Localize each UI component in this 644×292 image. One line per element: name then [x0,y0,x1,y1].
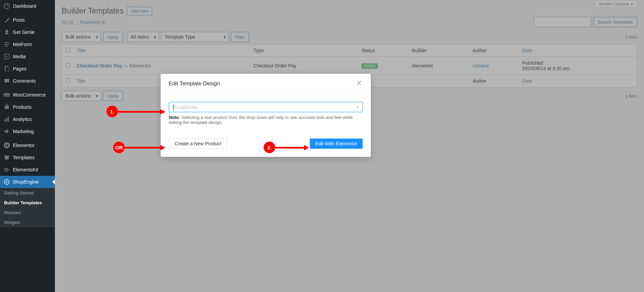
svg-rect-3 [4,42,9,43]
marketing-icon [3,128,10,135]
svg-rect-20 [7,146,8,147]
annotation-arrow-or [125,144,165,151]
sidebar-item-products[interactable]: Products [0,101,55,113]
svg-point-2 [5,30,8,33]
sidebar-label: Pages [13,66,26,71]
sidebar-item-marketing[interactable]: Marketing [0,125,55,138]
annotation-arrow-2 [275,144,309,151]
admin-sidebar: Dashboard Posts Get Genie MetForm Media … [0,0,55,292]
svg-rect-5 [4,46,7,46]
svg-marker-37 [304,145,309,150]
dashboard-icon [3,3,10,9]
sidebar-item-media[interactable]: Media [0,50,55,63]
modal-note: Note: Selecting a real product from the … [169,115,363,125]
submenu-getting-started[interactable]: Getting Started [0,188,55,198]
sidebar-label: Templates [13,155,35,160]
svg-rect-21 [4,168,8,169]
submenu-widgets[interactable]: Widgets [0,217,55,227]
sidebar-item-templates[interactable]: Templates [0,151,55,164]
comment-icon [3,78,10,84]
sidebar-item-posts[interactable]: Posts [0,14,55,26]
sidebar-label: Comments [13,78,36,84]
sidebar-label: Analytics [13,117,32,122]
svg-rect-23 [4,171,8,171]
media-icon [3,53,10,60]
create-new-product-button[interactable]: Create a New Product [169,139,227,149]
genie-icon [3,29,10,36]
svg-point-25 [6,181,7,183]
svg-marker-35 [160,145,165,150]
sidebar-item-woocommerce[interactable]: woo WooCommerce [0,89,55,101]
close-icon[interactable] [355,79,363,88]
sidebar-item-getgenie[interactable]: Get Genie [0,26,55,38]
submenu-modules[interactable]: Modules [0,208,55,217]
svg-marker-33 [160,109,165,114]
templates-icon [3,154,10,161]
page-icon [3,65,10,72]
sidebar-label: Products [13,104,32,110]
sidebar-label: Marketing [13,129,34,134]
sidebar-submenu: Getting Started Builder Templates Module… [0,188,55,227]
submenu-builder-templates[interactable]: Builder Templates [0,198,55,208]
product-icon [3,104,10,110]
sidebar-label: WooCommerce [13,92,46,98]
shopengine-icon [3,179,10,185]
woo-icon: woo [3,91,10,98]
svg-rect-18 [7,144,8,145]
ekit-icon [3,166,10,173]
annotation-step-2: 2. [264,142,275,153]
annotation-step-1: 1. [106,106,118,117]
form-icon [3,41,10,48]
sidebar-item-metform[interactable]: MetForm [0,38,55,50]
svg-rect-12 [5,106,9,109]
annotation-or: OR [113,142,125,153]
product-select[interactable]: Sunglasses [169,102,363,112]
svg-rect-9 [5,67,9,71]
svg-rect-15 [8,117,9,122]
sidebar-item-elementskit[interactable]: ElementsKit [0,164,55,176]
svg-point-7 [6,56,7,57]
svg-rect-13 [4,119,5,122]
sidebar-item-analytics[interactable]: Analytics [0,113,55,125]
svg-text:woo: woo [4,94,9,96]
sidebar-label: Elementor [13,143,35,148]
annotation-arrow-1 [118,108,165,115]
sidebar-item-pages[interactable]: Pages [0,63,55,75]
sidebar-label: Get Genie [13,29,35,35]
svg-rect-14 [6,118,7,122]
sidebar-item-dashboard[interactable]: Dashboard [0,0,55,12]
sidebar-label: Media [13,54,26,59]
sidebar-item-elementor[interactable]: Elementor [0,139,55,151]
sidebar-item-shopengine[interactable]: ShopEngine [0,176,55,188]
elementor-icon [3,142,10,149]
svg-rect-17 [5,144,6,147]
sidebar-label: ShopEngine [13,179,39,185]
sidebar-item-comments[interactable]: Comments [0,75,55,87]
pin-icon [3,17,10,23]
svg-line-1 [7,5,8,6]
svg-rect-22 [4,169,9,170]
sidebar-label: MetForm [13,42,32,47]
modal-title: Edit Template Design [169,81,355,87]
svg-rect-4 [4,44,9,45]
sidebar-label: Posts [13,17,25,23]
sidebar-label: Dashboard [13,3,36,9]
sidebar-label: ElementsKit [13,167,38,172]
analytics-icon [3,116,10,123]
svg-rect-19 [7,145,8,146]
edit-with-elementor-button[interactable]: Edit With Elementor [310,139,363,149]
